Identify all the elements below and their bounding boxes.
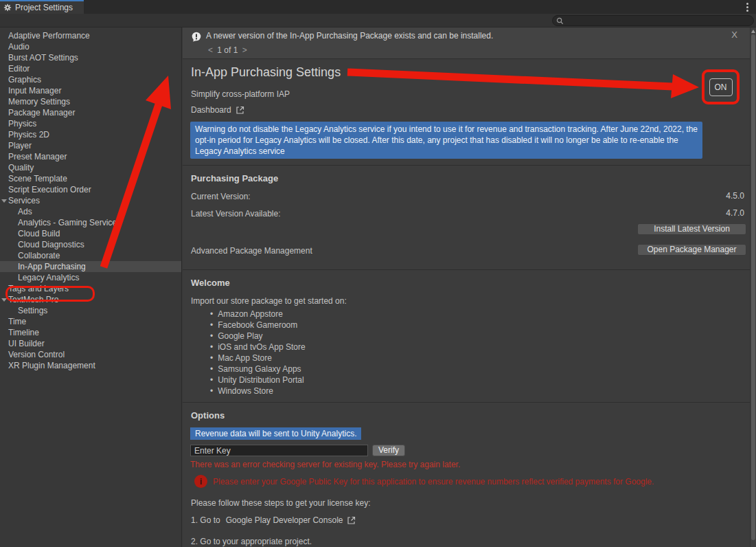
advanced-package-management-label: Advanced Package Management — [191, 245, 312, 256]
sidebar-item-collaborate[interactable]: Collaborate — [0, 250, 181, 261]
current-version-label: Current Version: — [191, 191, 251, 202]
alert-bubble-icon — [191, 32, 202, 43]
sidebar-item-tags-and-layers[interactable]: Tags and Layers — [0, 283, 181, 294]
sidebar-item-label: UI Builder — [8, 339, 45, 348]
store-list-item: iOS and tvOs App Store — [210, 342, 306, 353]
sidebar-item-physics-2d[interactable]: Physics 2D — [0, 129, 181, 140]
sidebar-item-label: Physics — [8, 119, 36, 129]
open-package-manager-button[interactable]: Open Package Manager — [637, 244, 746, 256]
sidebar-item-label: TextMesh Pro — [8, 295, 58, 304]
sidebar-item-label: Script Execution Order — [8, 185, 91, 194]
pager-prev-button[interactable]: < — [206, 45, 215, 55]
sidebar-item-in-app-purchasing[interactable]: In-App Purchasing — [0, 261, 181, 272]
search-input[interactable] — [552, 15, 754, 26]
external-link-icon — [236, 106, 244, 115]
sidebar-item-label: Quality — [8, 163, 34, 172]
sidebar-item-player[interactable]: Player — [0, 140, 181, 151]
sidebar-item-legacy-analytics[interactable]: Legacy Analytics — [0, 272, 181, 283]
scroll-up-arrow-icon[interactable] — [751, 30, 755, 33]
kebab-menu-icon[interactable] — [742, 2, 752, 12]
project-settings-window: Project Settings Adaptive Performance Au… — [0, 0, 756, 547]
sidebar-item-label: Cloud Diagnostics — [18, 240, 84, 249]
sidebar-item-label: Time — [8, 317, 26, 326]
sidebar-item-label: XR Plugin Management — [8, 361, 95, 370]
page-title: In-App Purchasing Settings — [191, 65, 341, 80]
sidebar-item-ads[interactable]: Ads — [0, 206, 181, 217]
sidebar-item-label: Player — [8, 141, 32, 150]
sidebar-item-label: Input Manager — [8, 86, 61, 96]
sidebar-item-label: Adaptive Performance — [8, 31, 90, 41]
service-on-toggle-button[interactable]: ON — [709, 78, 733, 96]
sidebar-item-adaptive-performance[interactable]: Adaptive Performance — [0, 30, 181, 41]
sidebar-item-label: Cloud Build — [18, 229, 60, 238]
install-latest-version-button[interactable]: Install Latest Version — [637, 223, 746, 235]
notification-message: A newer version of the In-App Purchasing… — [206, 31, 493, 41]
sidebar-item-label: Preset Manager — [8, 152, 67, 161]
sidebar-item-label: Collaborate — [18, 251, 60, 260]
in-app-purchasing-panel: A newer version of the In-App Purchasing… — [183, 27, 756, 547]
foldout-arrow-icon[interactable] — [1, 298, 7, 302]
sidebar-item-label: Legacy Analytics — [18, 273, 79, 282]
sidebar-item-label: Burst AOT Settings — [8, 53, 78, 63]
sidebar-item-quality[interactable]: Quality — [0, 162, 181, 173]
scrollbar-thumb[interactable] — [751, 34, 755, 540]
sidebar-item-xr-plugin-management[interactable]: XR Plugin Management — [0, 360, 181, 371]
sidebar-item-version-control[interactable]: Version Control — [0, 349, 181, 360]
pager-label: 1 of 1 — [217, 45, 238, 55]
sidebar-item-label: Services — [8, 196, 40, 205]
vertical-scrollbar[interactable] — [750, 27, 756, 547]
welcome-heading: Welcome — [191, 278, 230, 288]
sidebar-item-cloud-diagnostics[interactable]: Cloud Diagnostics — [0, 239, 181, 250]
sidebar-item-memory-settings[interactable]: Memory Settings — [0, 96, 181, 107]
sidebar-item-label: Scene Template — [8, 174, 67, 183]
sidebar-item-label: Graphics — [8, 75, 41, 85]
sidebar-item-editor[interactable]: Editor — [0, 63, 181, 74]
step-1-row: 1. Go to Google Play Developer Console — [191, 515, 356, 525]
sidebar-item-textmesh-settings[interactable]: Settings — [0, 305, 181, 316]
dashboard-link[interactable]: Dashboard — [191, 105, 244, 115]
sidebar-item-scene-template[interactable]: Scene Template — [0, 173, 181, 184]
foldout-arrow-icon[interactable] — [1, 199, 7, 203]
sidebar-item-input-manager[interactable]: Input Manager — [0, 85, 181, 96]
google-key-input[interactable] — [190, 445, 368, 456]
sidebar-item-burst-aot-settings[interactable]: Burst AOT Settings — [0, 52, 181, 63]
sidebar-item-physics[interactable]: Physics — [0, 118, 181, 129]
store-list-item: Unity Distribution Portal — [210, 375, 306, 386]
store-list-item: Windows Store — [210, 386, 306, 397]
google-play-console-link[interactable]: Google Play Developer Console — [226, 515, 343, 525]
legacy-analytics-warning: Warning do not disable the Legacy Analyt… — [190, 122, 702, 159]
sidebar-item-label: Memory Settings — [8, 97, 70, 107]
sidebar-item-ui-builder[interactable]: UI Builder — [0, 338, 181, 349]
sidebar-item-label: Version Control — [8, 350, 65, 359]
sidebar-item-time[interactable]: Time — [0, 316, 181, 327]
section-divider — [183, 165, 750, 166]
sidebar-item-cloud-build[interactable]: Cloud Build — [0, 228, 181, 239]
external-link-icon[interactable] — [347, 516, 356, 525]
sidebar-item-label: Editor — [8, 64, 30, 74]
sidebar-item-audio[interactable]: Audio — [0, 41, 181, 52]
sidebar-item-analytics-gaming-services[interactable]: Analytics - Gaming Services — [0, 217, 181, 228]
verify-button[interactable]: Verify — [372, 445, 405, 456]
sidebar-item-textmesh-pro[interactable]: TextMesh Pro — [0, 294, 181, 305]
revenue-note-badge: Revenue data will be sent to Unity Analy… — [190, 427, 361, 440]
sidebar-item-graphics[interactable]: Graphics — [0, 74, 181, 85]
subtitle: Simplify cross-platform IAP — [191, 89, 290, 100]
welcome-intro: Import our store package to get started … — [191, 295, 347, 306]
sidebar-item-label: Tags and Layers — [8, 284, 69, 293]
store-list-item: Google Play — [210, 331, 306, 342]
sidebar-item-preset-manager[interactable]: Preset Manager — [0, 151, 181, 162]
store-list-item: Facebook Gameroom — [210, 320, 306, 331]
annotation-box-on-toggle: ON — [702, 69, 740, 104]
close-icon[interactable]: X — [731, 30, 737, 40]
section-divider — [183, 269, 750, 270]
tab-project-settings[interactable]: Project Settings — [0, 0, 84, 14]
sidebar-item-services[interactable]: Services — [0, 195, 181, 206]
steps-intro: Please follow these steps to get your li… — [191, 498, 370, 509]
sidebar-item-package-manager[interactable]: Package Manager — [0, 107, 181, 118]
store-list-item: Amazon Appstore — [210, 309, 306, 320]
pager-next-button[interactable]: > — [240, 45, 249, 55]
step-1-prefix: 1. Go to — [191, 515, 220, 525]
sidebar-item-script-execution-order[interactable]: Script Execution Order — [0, 184, 181, 195]
sidebar-item-timeline[interactable]: Timeline — [0, 327, 181, 338]
sidebar-item-label: Package Manager — [8, 108, 75, 118]
